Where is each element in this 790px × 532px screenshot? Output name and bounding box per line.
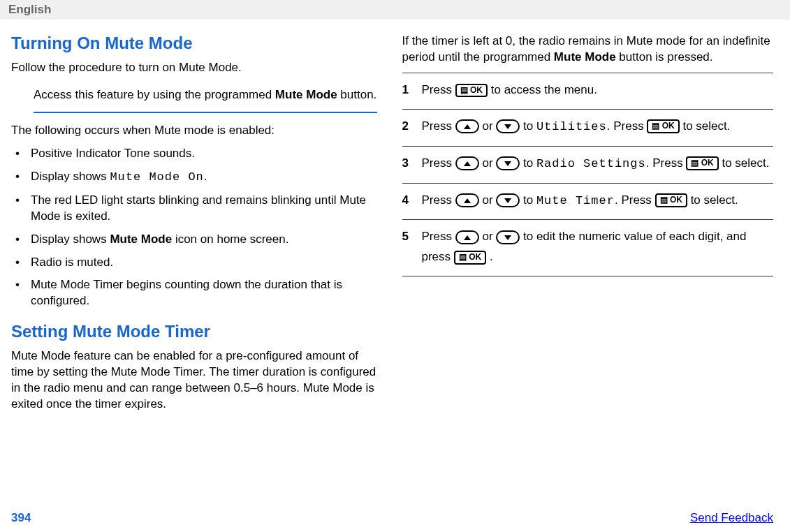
down-button-icon — [496, 119, 520, 133]
step-number: 5 — [402, 227, 422, 267]
up-button-icon — [455, 119, 479, 133]
step-text: to — [523, 193, 536, 207]
list-item: Positive Indicator Tone sounds. — [11, 146, 377, 162]
step-code: Mute Timer — [536, 194, 615, 207]
step-text: to — [523, 119, 536, 133]
header-bar: English — [0, 0, 790, 20]
list-item: Radio is muted. — [11, 255, 377, 271]
ok-button-icon: ▤ OK — [686, 156, 718, 170]
bullet-text: . — [204, 170, 207, 183]
bullet-text: Radio is muted. — [31, 256, 113, 269]
step-code: Radio Settings — [536, 157, 646, 170]
step-text: to select. — [691, 193, 738, 207]
timer-zero-note: If the timer is left at 0, the radio rem… — [402, 34, 774, 66]
step-text: to select. — [682, 119, 730, 133]
step-body: Press ▤ OK to access the menu. — [422, 80, 774, 101]
step-number: 4 — [402, 191, 422, 212]
ok-button-icon: ▤ OK — [454, 251, 486, 265]
step-number: 2 — [402, 117, 422, 138]
steps-list: 1 Press ▤ OK to access the menu. 2 Press… — [402, 73, 774, 276]
down-button-icon — [496, 156, 520, 170]
step-text: or — [482, 230, 496, 243]
step-number: 3 — [402, 154, 422, 175]
step-text: Press — [422, 230, 455, 243]
bullet-code: Mute Mode On — [110, 170, 203, 184]
ok-button-icon: ▤ OK — [455, 84, 488, 98]
intro-text-2: Mute Mode feature can be enabled for a p… — [11, 348, 377, 413]
step-body: Press or to edit the numeric value of ea… — [422, 227, 774, 267]
following-occurs: The following occurs when Mute mode is e… — [11, 123, 377, 139]
content-columns: Turning On Mute Mode Follow the procedur… — [0, 20, 790, 420]
step-body: Press or to Radio Settings. Press ▤ OK t… — [422, 154, 774, 175]
section-title-timer: Setting Mute Mode Timer — [11, 322, 377, 341]
step-row: 3 Press or to Radio Settings. Press ▤ OK… — [402, 146, 774, 183]
page-number: 394 — [11, 511, 31, 525]
list-item: Display shows Mute Mode On. — [11, 169, 377, 186]
access-note-bold: Mute Mode — [275, 88, 337, 101]
step-text: . Press — [607, 119, 648, 133]
step-body: Press or to Mute Timer. Press ▤ OK to se… — [422, 191, 774, 212]
bullet-text: Display shows — [31, 170, 110, 183]
access-note: Access this feature by using the program… — [34, 84, 377, 113]
step-body: Press or to Utilities. Press ▤ OK to sel… — [422, 117, 774, 138]
note-bold: Mute Mode — [554, 50, 616, 64]
step-text: . Press — [646, 156, 687, 170]
step-text: or — [482, 156, 496, 170]
step-text: or — [482, 193, 496, 207]
up-button-icon — [455, 230, 479, 244]
bullet-text: Mute Mode Timer begins counting down the… — [31, 278, 342, 307]
list-item: Display shows Mute Mode icon on home scr… — [11, 232, 377, 248]
section-title-mute-mode: Turning On Mute Mode — [11, 34, 377, 53]
list-item: Mute Mode Timer begins counting down the… — [11, 277, 377, 309]
list-item: The red LED light starts blinking and re… — [11, 193, 377, 225]
intro-text-1: Follow the procedure to turn on Mute Mod… — [11, 60, 377, 76]
bullet-list: Positive Indicator Tone sounds. Display … — [11, 146, 377, 310]
step-text: . Press — [615, 193, 655, 207]
step-text: Press — [422, 119, 455, 133]
bullet-bold: Mute Mode — [110, 232, 172, 246]
up-button-icon — [455, 193, 479, 207]
step-text: . — [490, 250, 493, 263]
up-button-icon — [455, 156, 479, 170]
step-text: to — [523, 156, 536, 170]
note-c: button is pressed. — [616, 50, 713, 64]
step-row: 2 Press or to Utilities. Press ▤ OK to s… — [402, 109, 774, 146]
step-row: 4 Press or to Mute Timer. Press ▤ OK to … — [402, 183, 774, 220]
step-number: 1 — [402, 80, 422, 101]
step-code: Utilities — [536, 120, 607, 133]
ok-button-icon: ▤ OK — [647, 119, 679, 133]
step-text: Press — [422, 156, 455, 170]
step-text: or — [482, 119, 496, 133]
access-note-a: Access this feature by using the program… — [34, 88, 275, 101]
step-text: Press — [422, 83, 455, 96]
footer: 394 Send Feedback — [0, 511, 790, 525]
bullet-text: icon on home screen. — [172, 232, 288, 246]
down-button-icon — [496, 230, 520, 244]
language-label: English — [8, 3, 51, 16]
bullet-text: The red LED light starts blinking and re… — [31, 193, 366, 223]
down-button-icon — [496, 193, 520, 207]
ok-button-icon: ▤ OK — [655, 193, 687, 207]
right-column: If the timer is left at 0, the radio rem… — [395, 25, 791, 420]
step-text: to access the menu. — [491, 83, 597, 96]
bullet-text: Positive Indicator Tone sounds. — [31, 147, 195, 160]
left-column: Turning On Mute Mode Follow the procedur… — [0, 25, 395, 420]
step-row: 5 Press or to edit the numeric value of … — [402, 219, 774, 276]
step-row: 1 Press ▤ OK to access the menu. — [402, 73, 774, 109]
access-note-c: button. — [337, 88, 377, 101]
bullet-text: Display shows — [31, 232, 110, 246]
step-text: to select. — [722, 156, 769, 170]
send-feedback-link[interactable]: Send Feedback — [690, 511, 773, 525]
step-text: Press — [422, 193, 455, 207]
